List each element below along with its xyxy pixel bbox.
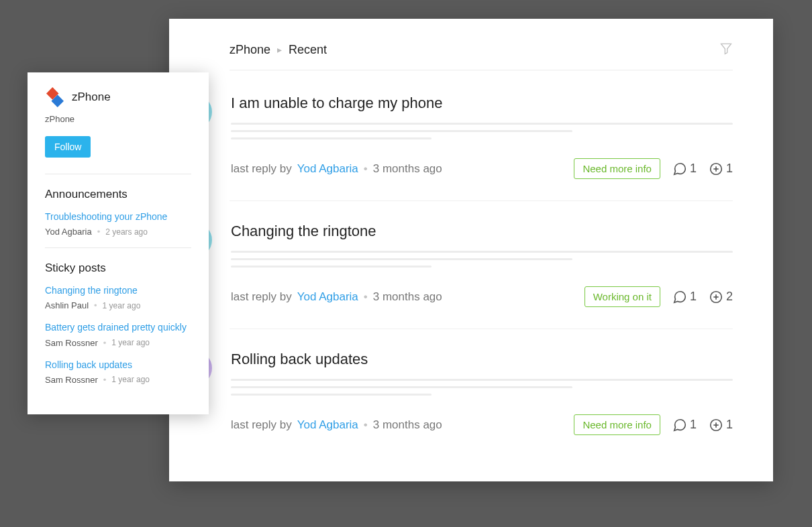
dot-separator: • [94,300,97,310]
sidebar-card: zPhone zPhone Follow Announcements Troub… [28,72,209,414]
zphone-logo-icon [45,87,65,107]
sticky-post-author: Ashlin Paul [45,300,89,310]
breadcrumb-root[interactable]: zPhone [230,43,270,57]
topic-preview [231,251,733,268]
dot-separator: • [103,338,107,348]
sticky-post: Battery gets drained pretty quickly Sam … [45,321,191,347]
sticky-post-meta: Sam Rossner • 1 year ago [45,338,191,348]
announcements-heading: Announcements [45,188,191,201]
comments-stat[interactable]: 1 [672,418,697,432]
topic-meta: last reply by Yod Agbaria • 3 months ago… [231,158,733,179]
follows-stat[interactable]: 2 [709,290,733,304]
topic-row: AP Changing the ringtone last reply by Y… [230,223,733,329]
follows-count: 1 [726,162,733,176]
sticky-post-title[interactable]: Rolling back updates [45,359,191,371]
topic-body: Rolling back updates last reply by Yod A… [231,351,733,435]
last-reply-label: last reply by [231,290,292,304]
breadcrumb[interactable]: zPhone ▸ Recent [230,43,327,57]
sticky-post: Rolling back updates Sam Rossner • 1 yea… [45,359,191,385]
dot-separator: • [364,162,368,176]
last-reply-author[interactable]: Yod Agbaria [297,290,358,304]
sticky-post-title[interactable]: Changing the ringtone [45,284,191,296]
sticky-post-author: Sam Rossner [45,338,98,348]
comments-stat[interactable]: 1 [672,162,697,176]
topic-preview [231,123,733,139]
topic-meta: last reply by Yod Agbaria • 3 months ago… [231,286,733,307]
follows-count: 1 [726,418,733,432]
topic-row: AP I am unable to charge my phone last r… [230,95,733,201]
last-reply-author[interactable]: Yod Agbaria [297,162,358,176]
comments-stat[interactable]: 1 [672,290,697,304]
last-reply-author[interactable]: Yod Agbaria [297,418,358,432]
chevron-right-icon: ▸ [277,44,282,55]
sidebar-header: zPhone [45,87,191,107]
divider [45,247,191,248]
filter-icon[interactable] [719,42,733,58]
topic-title[interactable]: Changing the ringtone [231,223,733,240]
status-badge: Need more info [574,158,660,179]
last-reply-ago: 3 months ago [373,418,442,432]
last-reply-ago: 3 months ago [373,162,442,176]
dot-separator: • [364,290,368,304]
dot-separator: • [364,418,368,432]
sticky-post-meta: Sam Rossner • 1 year ago [45,375,191,385]
sticky-heading: Sticky posts [45,261,191,275]
topic-meta-right: Working on it 1 2 [585,286,733,307]
breadcrumb-row: zPhone ▸ Recent [230,42,733,70]
sticky-post-ago: 1 year ago [111,338,150,347]
comments-count: 1 [690,162,697,176]
comments-count: 1 [690,418,697,432]
svg-marker-0 [721,44,731,54]
status-badge: Working on it [585,286,660,307]
topic-meta-right: Need more info 1 1 [574,158,733,179]
announcement-post-meta: Yod Agbaria • 2 years ago [45,227,191,237]
main-panel: zPhone ▸ Recent AP I am unable to charge… [169,19,773,481]
announcement-post: Troubleshooting your zPhone Yod Agbaria … [45,211,191,237]
topic-meta-left: last reply by Yod Agbaria • 3 months ago [231,418,442,432]
topic-title[interactable]: Rolling back updates [231,351,733,368]
sticky-post-ago: 1 year ago [111,375,150,384]
divider [45,174,191,174]
follow-button[interactable]: Follow [45,136,91,158]
comments-count: 1 [690,290,697,304]
topic-row: SR Rolling back updates last reply by Yo… [230,351,733,457]
breadcrumb-current[interactable]: Recent [289,43,327,57]
sticky-post: Changing the ringtone Ashlin Paul • 1 ye… [45,284,191,310]
sidebar-title: zPhone [72,91,111,104]
topic-body: Changing the ringtone last reply by Yod … [231,223,733,307]
dot-separator: • [97,227,101,237]
announcement-post-author: Yod Agbaria [45,227,92,237]
follows-count: 2 [726,290,733,304]
last-reply-label: last reply by [231,418,292,432]
sticky-post-title[interactable]: Battery gets drained pretty quickly [45,321,191,333]
topic-meta-right: Need more info 1 1 [574,414,733,435]
last-reply-label: last reply by [231,162,292,176]
dot-separator: • [103,375,107,385]
follows-stat[interactable]: 1 [709,162,733,176]
announcement-post-title[interactable]: Troubleshooting your zPhone [45,211,191,223]
follows-stat[interactable]: 1 [709,418,733,432]
last-reply-ago: 3 months ago [373,290,442,304]
topic-preview [231,379,733,396]
topic-body: I am unable to charge my phone last repl… [231,95,733,179]
sidebar-subtitle: zPhone [45,114,191,124]
announcement-post-ago: 2 years ago [105,227,148,237]
sticky-post-meta: Ashlin Paul • 1 year ago [45,300,191,310]
sticky-post-author: Sam Rossner [45,375,98,385]
sticky-post-ago: 1 year ago [103,301,141,310]
topic-meta-left: last reply by Yod Agbaria • 3 months ago [231,290,442,304]
status-badge: Need more info [574,414,660,435]
topic-title[interactable]: I am unable to charge my phone [231,95,733,112]
topic-meta-left: last reply by Yod Agbaria • 3 months ago [231,162,442,176]
topic-meta: last reply by Yod Agbaria • 3 months ago… [231,414,733,435]
